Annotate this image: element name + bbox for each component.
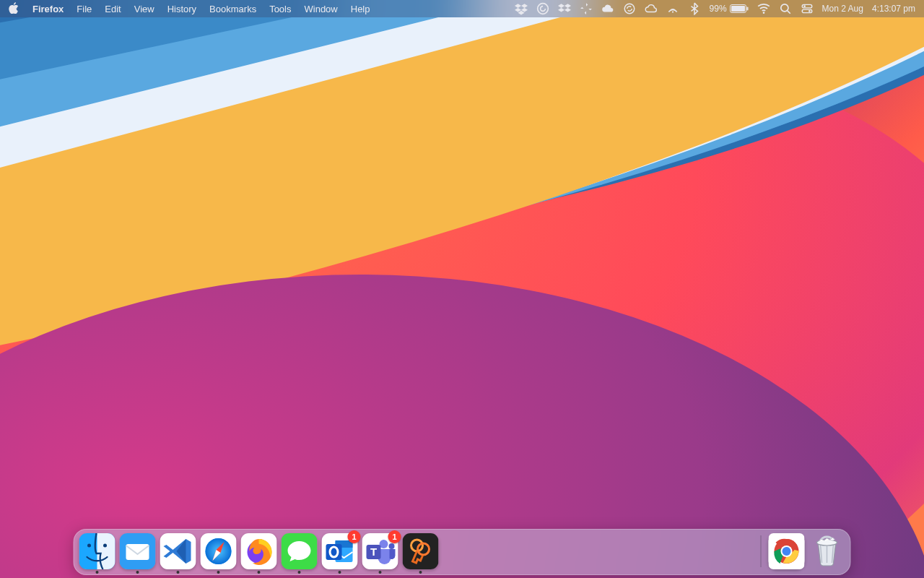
search-icon[interactable] xyxy=(779,2,792,15)
svg-point-7 xyxy=(780,4,788,12)
battery-status[interactable]: 99% xyxy=(710,4,749,14)
dock-app-safari[interactable] xyxy=(201,533,237,569)
dock-app-vscode[interactable] xyxy=(160,533,196,569)
svg-line-8 xyxy=(787,11,790,14)
dropbox-alt-icon[interactable] xyxy=(558,2,571,15)
wifi-icon[interactable] xyxy=(757,2,770,15)
dock-trash[interactable] xyxy=(809,533,845,569)
menubar: Firefox File Edit View History Bookmarks… xyxy=(0,0,924,17)
dock-app-outlook[interactable]: 1 xyxy=(322,533,358,569)
menubar-app-name[interactable]: Firefox xyxy=(26,4,70,14)
dock: 1 T 1 xyxy=(74,529,851,575)
menu-tools[interactable]: Tools xyxy=(263,4,297,14)
svg-point-10 xyxy=(803,5,806,7)
svg-point-12 xyxy=(808,10,811,12)
svg-point-32 xyxy=(389,543,395,549)
grammarly-icon[interactable] xyxy=(536,2,549,15)
dock-app-keychain[interactable] xyxy=(403,533,439,569)
menu-edit[interactable]: Edit xyxy=(98,4,127,14)
trash-icon xyxy=(809,532,845,571)
dock-app-firefox[interactable] xyxy=(241,533,277,569)
svg-point-15 xyxy=(103,544,107,548)
svg-point-41 xyxy=(783,547,791,556)
svg-point-6 xyxy=(762,12,764,14)
svg-rect-5 xyxy=(746,7,748,11)
vscode-icon xyxy=(160,533,196,569)
dock-recent-chrome[interactable] xyxy=(769,533,805,569)
firefox-icon xyxy=(241,533,277,569)
running-indicator xyxy=(177,571,180,574)
running-indicator xyxy=(298,571,301,574)
dock-app-mail[interactable] xyxy=(120,533,156,569)
svg-point-14 xyxy=(87,544,91,548)
badge: 1 xyxy=(388,530,401,543)
dock-app-messages[interactable] xyxy=(282,533,318,569)
bluetooth-icon[interactable] xyxy=(688,2,701,15)
dock-app-teams[interactable]: T 1 xyxy=(362,533,398,569)
sync-circle-icon[interactable] xyxy=(623,2,636,15)
apple-menu-icon[interactable] xyxy=(9,2,26,16)
running-indicator xyxy=(258,571,261,574)
running-indicator xyxy=(339,571,341,574)
control-center-icon[interactable] xyxy=(801,2,814,15)
dock-container: 1 T 1 xyxy=(74,529,851,575)
running-indicator xyxy=(96,571,99,574)
menu-help[interactable]: Help xyxy=(344,4,377,14)
finder-icon xyxy=(79,533,116,569)
dropbox-icon[interactable] xyxy=(515,2,528,15)
network-icon[interactable] xyxy=(666,2,679,15)
mail-icon xyxy=(120,533,156,569)
battery-percent-label: 99% xyxy=(710,4,727,14)
menu-window[interactable]: Window xyxy=(298,4,344,14)
dock-app-finder[interactable] xyxy=(79,533,116,569)
cloud-outline-icon[interactable] xyxy=(645,2,658,15)
keychain-icon xyxy=(403,533,439,569)
svg-point-0 xyxy=(537,4,548,14)
battery-icon xyxy=(730,4,749,13)
menu-file[interactable]: File xyxy=(70,4,98,14)
svg-text:T: T xyxy=(370,545,377,558)
chrome-icon xyxy=(769,533,805,569)
svg-rect-4 xyxy=(731,6,745,12)
cloud-icon[interactable] xyxy=(601,2,614,15)
desktop-wallpaper[interactable] xyxy=(0,0,924,578)
running-indicator xyxy=(217,571,220,574)
running-indicator xyxy=(419,571,422,574)
messages-icon xyxy=(282,533,318,569)
menubar-time[interactable]: 4:13:07 pm xyxy=(872,4,915,14)
dock-separator xyxy=(761,535,762,567)
safari-icon xyxy=(201,533,237,569)
menu-history[interactable]: History xyxy=(161,4,203,14)
running-indicator xyxy=(379,571,382,574)
svg-rect-17 xyxy=(126,544,149,560)
menubar-right: 99% Mon 2 Aug 4:13:07 pm xyxy=(515,2,915,15)
svg-point-2 xyxy=(671,11,673,12)
svg-point-1 xyxy=(624,4,635,14)
badge: 1 xyxy=(348,530,361,543)
menu-bookmarks[interactable]: Bookmarks xyxy=(203,4,263,14)
sync-icon[interactable] xyxy=(580,2,593,15)
menubar-date[interactable]: Mon 2 Aug xyxy=(822,4,863,14)
menu-view[interactable]: View xyxy=(128,4,161,14)
menubar-left: Firefox File Edit View History Bookmarks… xyxy=(9,2,377,16)
running-indicator xyxy=(136,571,139,574)
